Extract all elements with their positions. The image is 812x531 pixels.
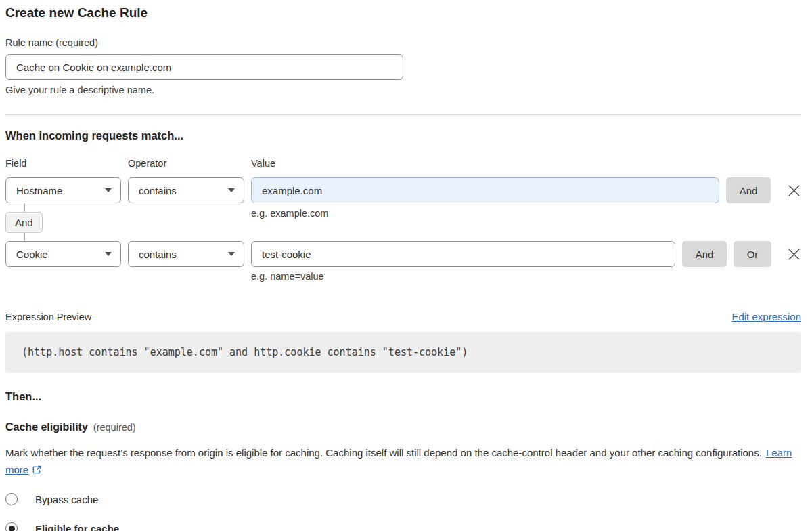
remove-condition-button-1[interactable] [786,183,801,198]
chevron-down-icon [105,252,112,256]
condition-column-labels: Field Operator Value [5,158,801,169]
expression-preview-header: Expression Preview Edit expression [5,311,801,322]
chevron-down-icon [228,188,235,192]
operator-select-2-value: contains [139,249,177,260]
section-divider [5,114,801,115]
remove-condition-button-2[interactable] [786,247,801,261]
page-title: Create new Cache Rule [5,5,801,20]
cache-eligibility-title: Cache eligibility [5,421,88,433]
cache-eligibility-description: Mark whether the request’s response from… [5,444,801,478]
rule-name-helper: Give your rule a descriptive name. [5,85,801,95]
chevron-down-icon [105,188,112,192]
value-hint-2: e.g. name=value [251,271,801,282]
field-select-2[interactable]: Cookie [5,241,121,267]
condition-row-2: Cookie contains And Or [5,241,801,267]
operator-select-1-value: contains [139,185,177,196]
close-icon [788,249,800,260]
cache-eligibility-heading: Cache eligibility (required) [5,421,801,433]
field-select-2-value: Cookie [16,249,48,260]
expression-preview-block: (http.host contains "example.com" and ht… [5,332,801,373]
radio-option-bypass-cache[interactable]: Bypass cache [5,493,801,505]
value-input-1[interactable] [251,177,719,203]
or-button-2[interactable]: Or [734,241,771,267]
condition-connector-area: And e.g. example.com [5,203,801,241]
field-column-label: Field [5,158,128,169]
operator-select-2[interactable]: contains [128,241,244,267]
value-hint-1: e.g. example.com [251,208,328,219]
radio-option-eligible-for-cache[interactable]: Eligible for cache [5,522,801,531]
radio-label: Bypass cache [35,494,98,505]
operator-select-1[interactable]: contains [128,177,244,203]
radio-button-selected[interactable] [5,522,18,531]
operator-column-label: Operator [128,158,251,169]
value-column-label: Value [251,158,275,169]
radio-label: Eligible for cache [35,523,119,531]
field-select-1-value: Hostname [16,185,62,196]
rule-name-input[interactable] [5,54,403,80]
then-heading: Then... [5,390,801,403]
radio-button-unselected[interactable] [5,493,18,505]
and-button-1[interactable]: And [726,177,771,203]
value-input-2[interactable] [251,241,675,267]
required-tag: (required) [93,422,136,433]
field-select-1[interactable]: Hostname [5,177,121,203]
close-icon [788,185,800,196]
rule-name-label: Rule name (required) [5,37,801,48]
match-heading: When incoming requests match... [5,129,801,142]
create-cache-rule-form: Create new Cache Rule Rule name (require… [5,0,801,531]
external-link-icon [32,465,42,475]
description-text: Mark whether the request’s response from… [5,447,762,459]
connector-and-badge[interactable]: And [5,212,43,233]
edit-expression-link[interactable]: Edit expression [731,311,801,322]
expression-code: (http.host contains "example.com" and ht… [22,346,468,358]
condition-row-1: Hostname contains And [5,177,801,203]
expression-preview-label: Expression Preview [5,312,91,322]
chevron-down-icon [228,252,235,256]
and-button-2[interactable]: And [682,241,727,267]
